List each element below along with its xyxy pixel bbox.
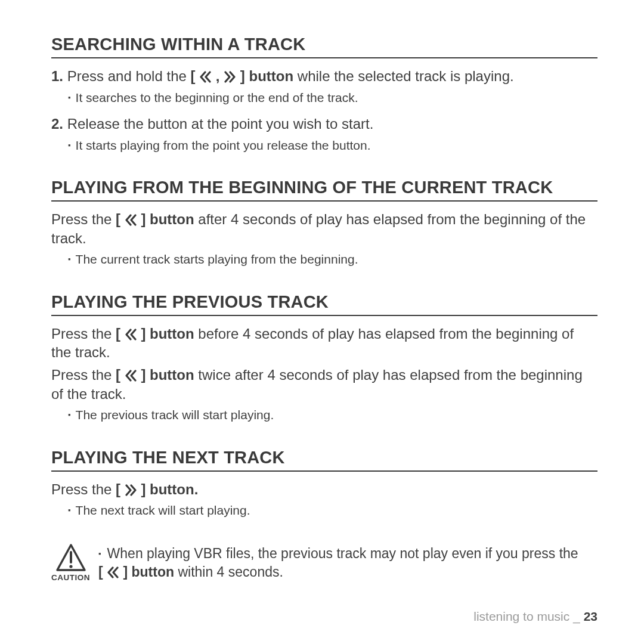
section-heading: PLAYING THE PREVIOUS TRACK <box>51 292 597 316</box>
step-1-post: while the selected track is playing. <box>293 68 514 84</box>
forward-icon <box>125 484 137 496</box>
step-number: 2. <box>51 116 63 132</box>
para-line-2: Press the [ ] button twice after 4 secon… <box>51 366 597 403</box>
section-searching-within-track: SEARCHING WITHIN A TRACK 1. Press and ho… <box>51 35 597 154</box>
caution-icon <box>55 543 86 572</box>
caution-block: CAUTION When playing VBR files, the prev… <box>51 543 597 582</box>
step-2-line: 2. Release the button at the point you w… <box>51 114 597 134</box>
button-ref: [ , ] button <box>191 68 294 84</box>
caution-text: When playing VBR files, the previous tra… <box>98 543 578 581</box>
rewind-icon <box>125 214 137 226</box>
button-ref: [ ] button <box>116 211 194 227</box>
caution-label: CAUTION <box>51 573 90 582</box>
para-pre: Press the <box>51 367 116 383</box>
rewind-icon <box>125 329 137 340</box>
footer-text: listening to music _ <box>473 609 583 623</box>
step-2-bullet: It starts playing from the point you rel… <box>68 137 597 154</box>
rewind-icon <box>199 71 212 83</box>
button-ref: [ ] button. <box>116 481 198 497</box>
page-number: 23 <box>584 609 597 623</box>
section-bullet: The next track will start playing. <box>68 502 597 519</box>
page-footer: listening to music _ 23 <box>473 609 597 624</box>
step-number: 1. <box>51 68 63 84</box>
step-1-pre: Press and hold the <box>67 68 191 84</box>
caution-pre: When playing VBR files, the previous tra… <box>107 546 578 561</box>
para-pre: Press the <box>51 326 116 342</box>
section-heading: SEARCHING WITHIN A TRACK <box>51 35 597 58</box>
para-line: Press the [ ] button. <box>51 480 597 499</box>
para-pre: Press the <box>51 481 116 497</box>
button-ref: [ ] button <box>116 367 194 383</box>
step-1-line: 1. Press and hold the [ , ] button while… <box>51 67 597 86</box>
section-play-from-beginning: PLAYING FROM THE BEGINNING OF THE CURREN… <box>51 178 597 268</box>
section-next-track: PLAYING THE NEXT TRACK Press the [ ] but… <box>51 448 597 519</box>
section-previous-track: PLAYING THE PREVIOUS TRACK Press the [ ]… <box>51 292 597 424</box>
caution-icon-group: CAUTION <box>51 543 90 582</box>
para-pre: Press the <box>51 211 116 227</box>
section-heading: PLAYING THE NEXT TRACK <box>51 448 597 472</box>
section-heading: PLAYING FROM THE BEGINNING OF THE CURREN… <box>51 178 597 202</box>
rewind-icon <box>107 566 119 578</box>
para-line: Press the [ ] button before 4 seconds of… <box>51 324 597 362</box>
forward-icon <box>224 71 236 83</box>
section-bullet: The current track starts playing from th… <box>68 251 597 268</box>
button-ref: [ ] button <box>98 564 174 580</box>
caution-post: within 4 seconds. <box>174 564 283 580</box>
button-ref: [ ] button <box>116 326 194 342</box>
rewind-icon <box>125 370 137 382</box>
para-line: Press the [ ] button after 4 seconds of … <box>51 210 597 247</box>
section-bullet: The previous track will start playing. <box>68 407 597 423</box>
step-1-bullet: It searches to the beginning or the end … <box>68 89 597 106</box>
step-2-text: Release the button at the point you wish… <box>67 116 374 132</box>
caution-bullet <box>98 546 107 561</box>
